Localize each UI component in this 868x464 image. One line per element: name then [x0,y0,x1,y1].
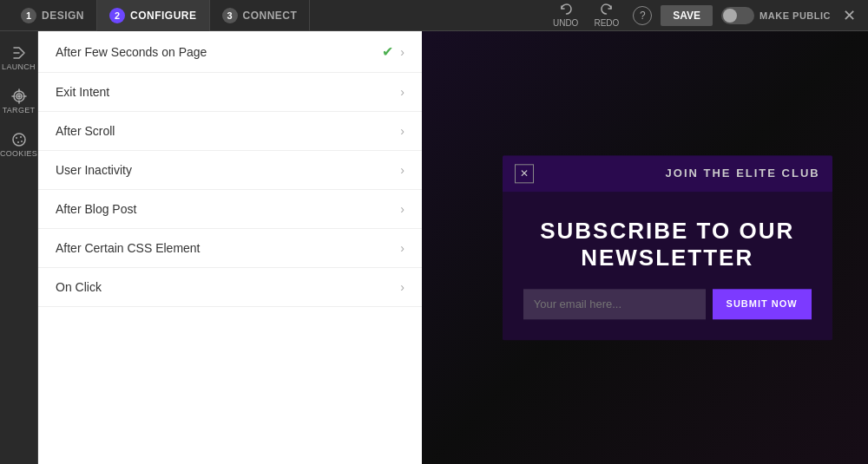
popup-modal: ✕ JOIN THE ELITE CLUB SUBSCRIBE TO OUR N… [503,155,832,340]
popup-body: SUBSCRIBE TO OUR NEWSLETTER SUBMIT NOW [503,192,832,340]
svg-point-12 [21,141,23,142]
svg-point-9 [16,137,17,139]
popup-header: ✕ JOIN THE ELITE CLUB [503,155,832,192]
step-design[interactable]: 1 DESIGN [9,0,97,31]
launch-label: LAUNCH [2,62,36,71]
undo-button[interactable]: UNDO [548,1,583,29]
close-button[interactable]: ✕ [839,6,859,25]
toggle-knob [723,9,737,23]
svg-point-10 [20,136,22,138]
popup-main-title: SUBSCRIBE TO OUR NEWSLETTER [523,218,812,271]
step-configure-label: CONFIGURE [130,10,197,22]
icon-bar: LAUNCH TARGET COOKIES [0,31,38,464]
chevron-right-icon-4: › [400,202,404,216]
save-button[interactable]: SAVE [661,5,713,26]
chevron-right-icon-0: › [400,45,404,59]
svg-point-11 [17,141,19,143]
chevron-right-icon-6: › [400,280,404,294]
step-configure[interactable]: 2 CONFIGURE [97,0,210,31]
chevron-right-icon-3: › [400,163,404,177]
redo-label: REDO [594,18,619,28]
cookies-label: COOKIES [0,149,37,158]
svg-point-3 [18,95,20,97]
popup-email-input[interactable] [523,289,706,319]
top-bar: 1 DESIGN 2 CONFIGURE 3 CONNECT UNDO [0,0,868,31]
panel-item-after-scroll[interactable]: After Scroll › [38,112,422,151]
panel-item-after-css[interactable]: After Certain CSS Element › [38,229,422,268]
step-design-label: DESIGN [42,10,84,22]
step-connect-label: CONNECT [243,10,298,22]
top-bar-right: UNDO REDO ? SAVE MAKE PUBLIC ✕ [548,1,859,29]
configure-panel: After Few Seconds on Page ✔ › Exit Inten… [38,31,422,464]
undo-redo-group: UNDO REDO [548,1,624,29]
panel-item-after-seconds[interactable]: After Few Seconds on Page ✔ › [38,31,422,73]
panel-item-on-click[interactable]: On Click › [38,268,422,307]
popup-submit-button[interactable]: SUBMIT NOW [713,289,812,319]
sidebar-item-cookies[interactable]: COOKIES [0,125,37,165]
step-design-number: 1 [21,8,36,23]
undo-label: UNDO [553,18,578,28]
sidebar-item-launch[interactable]: LAUNCH [0,38,37,78]
step-connect-number: 3 [222,8,238,23]
popup-close-button[interactable]: ✕ [515,164,534,183]
svg-point-8 [13,134,25,146]
help-button[interactable]: ? [633,6,652,25]
target-label: TARGET [3,106,36,114]
steps-nav: 1 DESIGN 2 CONFIGURE 3 CONNECT [9,0,548,31]
chevron-right-icon-2: › [400,124,404,138]
sidebar-item-target[interactable]: TARGET [0,82,37,121]
panel-item-user-inactivity[interactable]: User Inactivity › [38,151,422,190]
popup-header-text: JOIN THE ELITE CLUB [666,167,820,180]
panel-item-after-blog[interactable]: After Blog Post › [38,190,422,229]
panel-item-exit-intent[interactable]: Exit Intent › [38,73,422,112]
step-configure-number: 2 [109,8,125,23]
preview-area: ✕ JOIN THE ELITE CLUB SUBSCRIBE TO OUR N… [422,31,868,464]
step-connect[interactable]: 3 CONNECT [210,0,311,31]
chevron-right-icon-5: › [400,241,404,255]
redo-button[interactable]: REDO [589,1,624,29]
popup-form: SUBMIT NOW [523,289,812,319]
make-public-toggle-wrap: MAKE PUBLIC [721,7,831,24]
main-layout: LAUNCH TARGET COOKIES [0,31,868,464]
check-icon: ✔ [382,43,393,60]
make-public-toggle[interactable] [721,7,754,24]
make-public-label: MAKE PUBLIC [760,10,831,21]
chevron-right-icon-1: › [400,85,404,99]
